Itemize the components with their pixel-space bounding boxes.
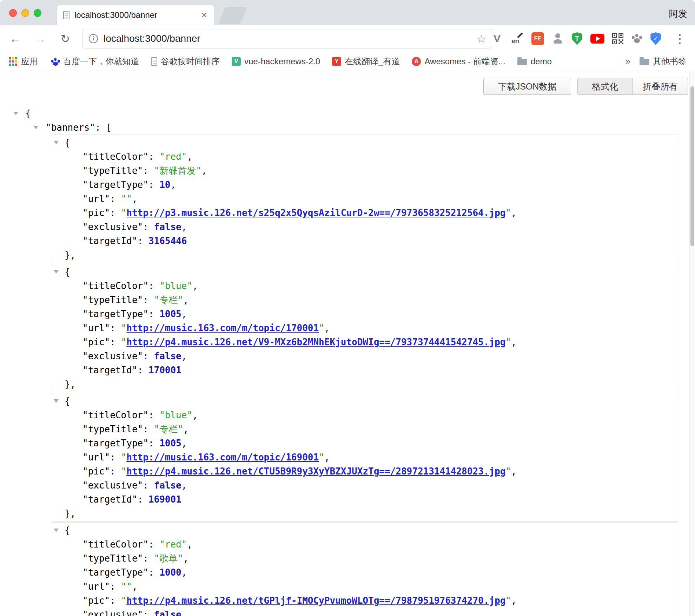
address-bar[interactable]: localhost:3000/banner ☆ bbox=[82, 29, 492, 48]
window-close-button[interactable] bbox=[9, 9, 17, 17]
new-tab-button[interactable] bbox=[218, 7, 247, 24]
json-string-value: "" bbox=[121, 581, 132, 592]
json-token: : bbox=[110, 323, 121, 333]
json-link-value[interactable]: http://p4.music.126.net/tGPljf-IMOCyPvum… bbox=[126, 595, 505, 606]
json-property-typeTitle: "typeTitle": "专栏", bbox=[51, 293, 678, 307]
json-key: "titleColor" bbox=[82, 539, 148, 550]
json-key: "targetId" bbox=[82, 494, 138, 505]
json-key: "typeTitle" bbox=[82, 295, 143, 305]
json-property-targetType: "targetType": 10, bbox=[51, 178, 678, 192]
bookmark-demo-folder[interactable]: demo bbox=[517, 57, 552, 66]
json-key: "titleColor" bbox=[82, 151, 148, 162]
collapse-caret-icon[interactable] bbox=[33, 126, 38, 129]
json-object-open-line: { bbox=[51, 394, 678, 408]
json-property-typeTitle: "typeTitle": "歌单", bbox=[51, 551, 678, 565]
json-token: , bbox=[324, 452, 330, 463]
format-button[interactable]: 格式化 bbox=[577, 78, 633, 95]
translate-extension-icon[interactable]: en bbox=[511, 32, 524, 45]
collapse-caret-icon[interactable] bbox=[54, 141, 59, 144]
qr-code-extension-icon[interactable] bbox=[612, 33, 623, 44]
json-string-value: "red" bbox=[159, 539, 187, 550]
bookmark-apps[interactable]: 应用 bbox=[8, 56, 38, 67]
json-token: " bbox=[505, 466, 511, 477]
json-object-open-line: { bbox=[51, 136, 678, 150]
download-json-button[interactable]: 下载JSON数据 bbox=[483, 78, 571, 95]
youtube-extension-icon[interactable] bbox=[590, 34, 604, 44]
json-number-value: 1005 bbox=[159, 309, 181, 319]
extensions-row: V en FE T ✓ bbox=[491, 25, 661, 52]
collapse-caret-icon[interactable] bbox=[54, 270, 59, 274]
json-property-exclusive: "exclusive": false, bbox=[51, 349, 678, 363]
collapse-caret-icon[interactable] bbox=[54, 529, 59, 532]
json-token: : bbox=[138, 494, 148, 505]
json-key: "exclusive" bbox=[82, 351, 143, 361]
vimium-extension-icon[interactable]: V bbox=[491, 33, 503, 45]
scrollbar-thumb[interactable] bbox=[690, 86, 694, 246]
json-token: , bbox=[511, 337, 517, 347]
json-property-typeTitle: "typeTitle": "专栏", bbox=[51, 422, 678, 436]
json-token: " bbox=[121, 595, 127, 606]
window-minimize-button[interactable] bbox=[21, 9, 29, 17]
json-object-open-line: { bbox=[51, 265, 678, 279]
json-token: : bbox=[148, 438, 159, 448]
json-link-value[interactable]: http://p3.music.126.net/s25q2x5QyqsAzilC… bbox=[126, 208, 505, 218]
json-token: , bbox=[511, 595, 517, 606]
collapse-caret-icon[interactable] bbox=[13, 112, 18, 115]
scrollbar[interactable] bbox=[689, 71, 695, 616]
json-root-line: { bbox=[0, 106, 688, 120]
bookmark-label: 谷歌按时间排序 bbox=[161, 56, 220, 67]
json-key: "banners" bbox=[46, 122, 95, 133]
json-token: , bbox=[192, 410, 198, 420]
bookmark-label: 百度一下，你就知道 bbox=[63, 56, 139, 67]
json-object-box: {"titleColor": "red","typeTitle": "歌单","… bbox=[51, 522, 678, 616]
collapse-caret-icon[interactable] bbox=[54, 399, 59, 403]
bookmarks-overflow-chevron-icon[interactable]: » bbox=[626, 56, 630, 67]
tampermonkey-shield-icon[interactable]: T bbox=[571, 32, 583, 45]
json-property-pic: "pic": "http://p4.music.126.net/tGPljf-I… bbox=[51, 594, 678, 608]
json-token: , bbox=[324, 323, 330, 333]
json-key: "targetType" bbox=[82, 309, 148, 319]
browser-tab[interactable]: localhost:3000/banner × bbox=[57, 5, 214, 25]
collapse-all-button[interactable]: 折叠所有 bbox=[633, 78, 688, 95]
folder-icon bbox=[640, 59, 649, 65]
json-link-value[interactable]: http://music.163.com/m/topic/169001 bbox=[126, 452, 319, 463]
json-token: , bbox=[187, 151, 192, 162]
forward-button[interactable]: → bbox=[32, 25, 48, 52]
json-key: "targetType" bbox=[82, 179, 148, 190]
other-bookmarks[interactable]: 其他书签 bbox=[640, 56, 687, 67]
json-token: : bbox=[110, 194, 121, 204]
bookmark-youdao-translate[interactable]: Y 在线翻译_有道 bbox=[332, 56, 400, 67]
json-close-brace: }, bbox=[65, 508, 75, 519]
json-token: " bbox=[319, 452, 324, 463]
security-shield-check-icon[interactable]: ✓ bbox=[650, 32, 661, 45]
json-object-close-line: }, bbox=[51, 248, 678, 262]
json-link-value[interactable]: http://p4.music.126.net/V9-MXz6b2MNhEKju… bbox=[126, 337, 505, 347]
bookmark-star-icon[interactable]: ☆ bbox=[477, 33, 486, 45]
json-link-value[interactable]: http://p4.music.126.net/CTU5B9R9y3XyYBZX… bbox=[126, 466, 505, 477]
json-link-value[interactable]: http://music.163.com/m/topic/170001 bbox=[126, 323, 319, 333]
fe-extension-icon[interactable]: FE bbox=[531, 32, 544, 45]
bookmark-google-sort[interactable]: 谷歌按时间排序 bbox=[151, 56, 220, 67]
anonymous-user-extension-icon[interactable] bbox=[552, 33, 564, 45]
bookmark-baidu[interactable]: 百度一下，你就知道 bbox=[50, 56, 139, 67]
json-token: , bbox=[181, 222, 187, 232]
page-info-icon[interactable] bbox=[89, 34, 98, 43]
json-token: : bbox=[148, 179, 159, 190]
json-token: " bbox=[121, 337, 127, 347]
browser-menu-icon[interactable]: ⋮ bbox=[674, 25, 686, 52]
json-token: " bbox=[505, 337, 511, 347]
json-property-titleColor: "titleColor": "blue", bbox=[51, 408, 678, 422]
json-number-value: 10 bbox=[159, 179, 170, 190]
json-open-brace: { bbox=[65, 396, 70, 406]
bookmark-vue-hackernews[interactable]: V vue-hackernews-2.0 bbox=[232, 57, 320, 66]
reload-button[interactable]: ↻ bbox=[57, 25, 74, 52]
profile-name[interactable]: 阿发 bbox=[669, 8, 687, 20]
paw-extension-icon[interactable] bbox=[631, 33, 642, 44]
url-text[interactable]: localhost:3000/banner bbox=[104, 33, 477, 44]
json-token: , bbox=[132, 581, 138, 592]
back-button[interactable]: ← bbox=[7, 25, 24, 52]
bookmark-awesomes[interactable]: A Awesomes - 前端资... bbox=[412, 56, 505, 67]
json-key: "pic" bbox=[82, 466, 110, 477]
window-zoom-button[interactable] bbox=[34, 9, 41, 17]
tab-close-icon[interactable]: × bbox=[201, 10, 208, 20]
